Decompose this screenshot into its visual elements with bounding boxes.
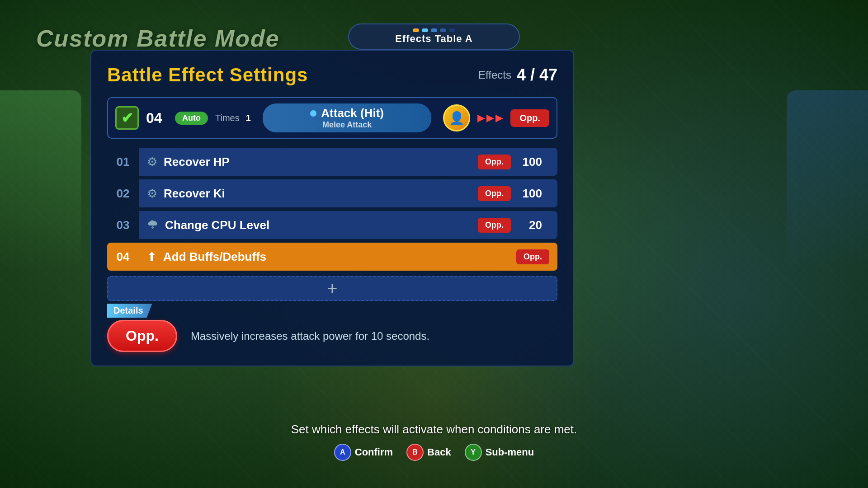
b-button-icon: B — [406, 444, 424, 461]
bottom-bar: Set which effects will activate when con… — [0, 422, 868, 461]
effect-opp-1[interactable]: Opp. — [478, 155, 511, 169]
btn-hint-confirm: A Confirm — [334, 444, 393, 461]
effect-icon-1: ⚙ — [147, 155, 157, 169]
effect-body-3: 🌩 Change CPU Level Opp. 20 — [139, 211, 557, 239]
side-decoration-left — [0, 90, 81, 271]
effect-num-3: 03 — [107, 218, 139, 232]
effect-opp-2[interactable]: Opp. — [478, 186, 511, 201]
back-label: Back — [427, 446, 451, 458]
table-dots — [413, 28, 455, 32]
add-effect-row[interactable]: + — [107, 276, 557, 301]
trigger-opp-button[interactable]: Opp. — [510, 109, 549, 127]
effect-num-1: 01 — [107, 155, 139, 169]
checkmark-icon: ✔ — [121, 109, 133, 127]
dot-1 — [413, 28, 419, 32]
dot-2 — [422, 28, 428, 32]
y-button-icon: Y — [465, 444, 482, 461]
confirm-label: Confirm — [355, 446, 393, 458]
effect-name-3: Change CPU Level — [165, 218, 472, 232]
trigger-checkbox[interactable]: ✔ — [115, 106, 139, 130]
dot-4 — [440, 28, 446, 32]
details-label: Details — [107, 304, 152, 318]
effect-body-1: ⚙ Recover HP Opp. 100 — [139, 148, 557, 176]
arrow-1: ▶ — [477, 112, 485, 124]
main-panel: Battle Effect Settings Effects 4 / 47 ✔ … — [90, 50, 574, 366]
main-container: Custom Battle Mode Effects Table A Battl… — [0, 0, 868, 488]
details-content: Opp. Massively increases attack power fo… — [107, 314, 557, 352]
add-icon: + — [327, 278, 337, 299]
dot-5 — [449, 28, 455, 32]
dot-3 — [431, 28, 437, 32]
effect-body-4: ⬆ Add Buffs/Debuffs Opp. — [139, 243, 557, 271]
effects-list: 01 ⚙ Recover HP Opp. 100 02 ⚙ Recover Ki… — [107, 148, 557, 271]
btn-hint-back: B Back — [406, 444, 451, 461]
details-description: Massively increases attack power for 10 … — [191, 330, 429, 343]
instruction-text: Set which effects will activate when con… — [291, 422, 577, 436]
trigger-number: 04 — [146, 110, 164, 127]
trigger-avatar: 👤 — [443, 104, 470, 131]
details-opp-button[interactable]: Opp. — [107, 320, 177, 352]
effect-row-3[interactable]: 03 🌩 Change CPU Level Opp. 20 — [107, 211, 557, 239]
side-decoration-right — [787, 90, 868, 271]
effect-name-2: Recover Ki — [164, 187, 472, 201]
a-button-icon: A — [334, 444, 351, 461]
effect-num-4: 04 — [107, 243, 139, 271]
effect-value-3: 20 — [517, 218, 542, 232]
effects-counter: Effects 4 / 47 — [478, 66, 557, 84]
effect-num-2: 02 — [107, 187, 139, 201]
effect-body-2: ⚙ Recover Ki Opp. 100 — [139, 179, 557, 207]
auto-badge: Auto — [175, 112, 208, 125]
effect-name-1: Recover HP — [164, 155, 472, 169]
trigger-condition: Attack (Hit) Melee Attack — [263, 103, 432, 132]
times-label: Times — [215, 113, 240, 123]
effect-row-4[interactable]: 04 ⬆ Add Buffs/Debuffs Opp. — [107, 243, 557, 271]
effect-value-1: 100 — [517, 155, 542, 169]
details-section: Details Opp. Massively increases attack … — [107, 310, 557, 352]
panel-title: Battle Effect Settings — [107, 64, 308, 86]
button-hints: A Confirm B Back Y Sub-menu — [334, 444, 534, 461]
effect-value-2: 100 — [517, 187, 542, 201]
effect-icon-2: ⚙ — [147, 187, 157, 201]
mode-title: Custom Battle Mode — [36, 25, 280, 52]
submenu-label: Sub-menu — [486, 446, 534, 458]
effects-table-bar: Effects Table A — [348, 23, 520, 50]
effects-count: 4 / 47 — [517, 66, 557, 84]
table-title: Effects Table A — [395, 33, 472, 45]
btn-hint-submenu: Y Sub-menu — [465, 444, 534, 461]
condition-name: Attack (Hit) — [321, 106, 384, 120]
condition-top: Attack (Hit) — [310, 106, 384, 120]
times-value: 1 — [246, 113, 251, 123]
effect-row-2[interactable]: 02 ⚙ Recover Ki Opp. 100 — [107, 179, 557, 207]
effect-opp-4[interactable]: Opp. — [516, 249, 549, 264]
effect-name-4: Add Buffs/Debuffs — [163, 250, 510, 264]
effect-opp-3[interactable]: Opp. — [478, 218, 511, 233]
condition-dot — [310, 110, 316, 117]
effect-icon-4: ⬆ — [147, 250, 157, 264]
effect-icon-3: 🌩 — [147, 218, 159, 232]
panel-header: Battle Effect Settings Effects 4 / 47 — [107, 64, 557, 86]
avatar-icon: 👤 — [449, 111, 465, 126]
effects-label: Effects — [478, 69, 511, 81]
arrow-3: ▶ — [495, 112, 503, 124]
trigger-row: ✔ 04 Auto Times 1 Attack (Hit) Melee Att… — [107, 97, 557, 139]
effect-row-1[interactable]: 01 ⚙ Recover HP Opp. 100 — [107, 148, 557, 176]
condition-sub: Melee Attack — [322, 120, 372, 130]
arrow-2: ▶ — [486, 112, 494, 124]
trigger-arrows: ▶ ▶ ▶ — [477, 112, 503, 124]
